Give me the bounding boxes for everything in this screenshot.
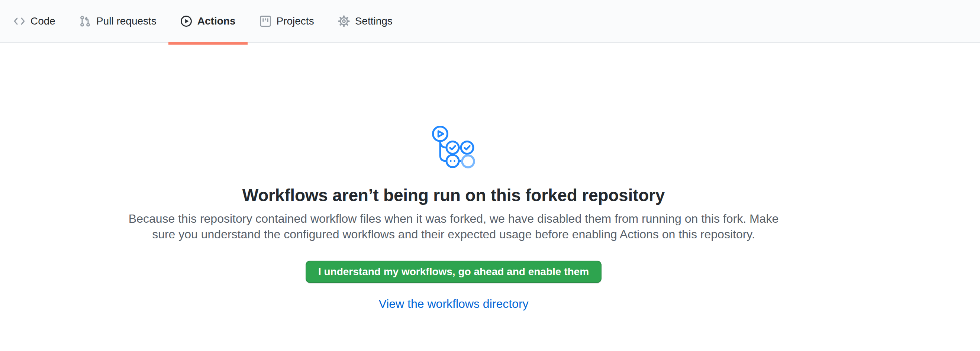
gear-icon: [338, 15, 350, 27]
description-line-2: sure you understand the configured workf…: [129, 226, 778, 242]
code-icon: [13, 15, 25, 27]
tab-actions[interactable]: Actions: [169, 0, 248, 42]
workflow-graph-icon: [432, 126, 476, 169]
blankslate-description: Because this repository contained workfl…: [129, 211, 778, 242]
pull-request-icon: [79, 15, 91, 27]
tab-pull-requests[interactable]: Pull requests: [67, 0, 169, 42]
tab-label: Projects: [277, 15, 314, 27]
tab-label: Actions: [197, 15, 236, 27]
tab-settings[interactable]: Settings: [326, 0, 404, 42]
blankslate-heading: Workflows aren’t being run on this forke…: [242, 185, 665, 206]
tab-projects[interactable]: Projects: [248, 0, 326, 42]
enable-workflows-button[interactable]: I understand my workflows, go ahead and …: [305, 260, 601, 283]
tab-label: Settings: [355, 15, 393, 27]
tab-label: Pull requests: [96, 15, 156, 27]
play-icon: [180, 15, 192, 27]
view-workflows-directory-link[interactable]: View the workflows directory: [379, 296, 528, 311]
project-icon: [259, 15, 271, 27]
description-line-1: Because this repository contained workfl…: [129, 211, 778, 226]
tab-code[interactable]: Code: [2, 0, 67, 42]
actions-blankslate: Workflows aren’t being run on this forke…: [0, 43, 980, 311]
repo-tab-bar: Code Pull requests Actions: [0, 0, 980, 43]
tab-label: Code: [30, 15, 56, 27]
